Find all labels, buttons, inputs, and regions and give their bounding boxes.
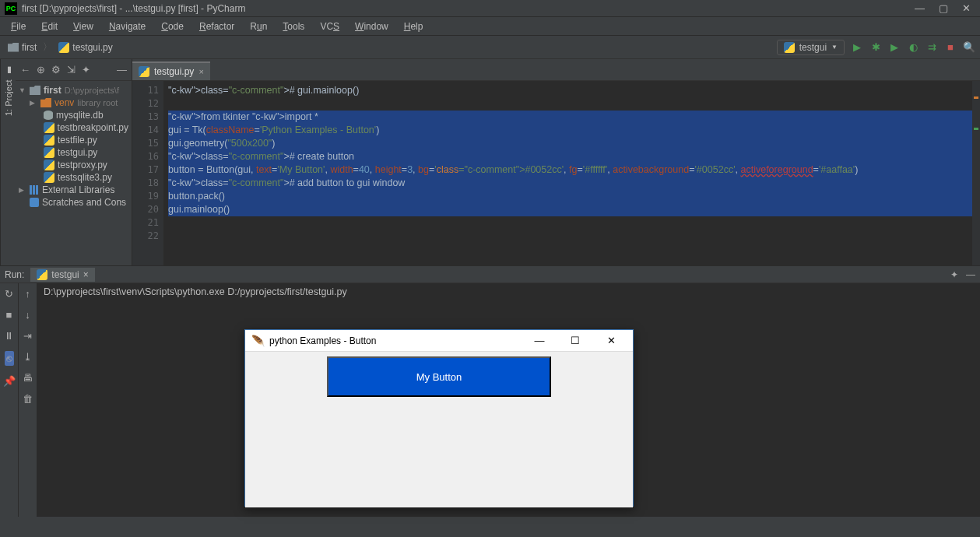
- menu-navigate[interactable]: Navigate: [103, 19, 152, 33]
- editor-error-stripe[interactable]: [972, 81, 980, 265]
- print-icon[interactable]: 🖶: [23, 372, 33, 384]
- scratch-icon: [30, 198, 39, 207]
- tk-minimize-icon[interactable]: —: [524, 335, 555, 346]
- editor-gutter[interactable]: 11 12 13 14 15 16 17 18 19 20 21 22: [132, 81, 163, 265]
- collapse-icon[interactable]: ⇲: [67, 64, 76, 75]
- code-editor[interactable]: "c-kw">class="c-comment"># gui.mainloop(…: [163, 81, 980, 265]
- python-file-icon: [44, 172, 54, 183]
- tree-root-path: D:\pyprojects\f: [65, 86, 119, 95]
- rerun-icon[interactable]: ↻: [5, 288, 13, 300]
- tree-file-label: testfile.py: [58, 135, 97, 146]
- python-file-icon: [784, 42, 795, 53]
- project-toolwindow-tab[interactable]: 1: Project ▮: [0, 59, 16, 265]
- close-icon[interactable]: ✕: [962, 2, 971, 14]
- menu-code[interactable]: Code: [155, 19, 190, 33]
- run-config-selector[interactable]: testgui ▼: [777, 40, 845, 55]
- tk-my-button[interactable]: My Button: [327, 356, 551, 397]
- show-options-icon[interactable]: ⚙: [51, 64, 61, 75]
- menu-view[interactable]: View: [67, 19, 100, 33]
- trash-icon[interactable]: 🗑: [23, 393, 33, 405]
- python-file-icon: [58, 42, 69, 53]
- tree-file[interactable]: testproxy.py: [16, 159, 132, 171]
- folder-icon: [40, 98, 51, 107]
- down-icon[interactable]: ↓: [25, 309, 30, 321]
- gear-icon[interactable]: ✦: [82, 64, 90, 75]
- tree-project-root[interactable]: ▼ first D:\pyprojects\f: [16, 84, 132, 97]
- maximize-icon[interactable]: ▢: [939, 2, 948, 14]
- menu-refactor[interactable]: Refactor: [193, 19, 241, 33]
- tree-venv[interactable]: ▶ venv library root: [16, 97, 132, 109]
- debug-button-icon[interactable]: ✱: [869, 41, 882, 54]
- tree-file-label: testgui.py: [58, 147, 97, 158]
- tree-extlibs-label: External Libraries: [42, 184, 114, 195]
- python-file-icon: [139, 66, 149, 77]
- tree-file[interactable]: mysqlite.db: [16, 109, 132, 121]
- tree-venv-label: venv: [54, 97, 74, 108]
- tree-scratches[interactable]: Scratches and Cons: [16, 196, 132, 209]
- menu-file[interactable]: File: [5, 19, 32, 33]
- tk-window-title: python Examples - Button: [269, 335, 519, 346]
- tree-file[interactable]: testsqlite3.py: [16, 171, 132, 184]
- menu-help[interactable]: Help: [398, 19, 430, 33]
- tkinter-app-window[interactable]: 🪶 python Examples - Button — ☐ ✕ My Butt…: [244, 329, 634, 507]
- python-file-icon: [44, 147, 54, 158]
- up-icon[interactable]: ↑: [25, 288, 30, 300]
- wrap-icon[interactable]: ⇥: [23, 330, 32, 342]
- tree-file[interactable]: testbreakpoint.py: [16, 121, 132, 134]
- profile-button-icon[interactable]: ◐: [907, 41, 919, 54]
- run-panel-label: Run:: [5, 269, 24, 280]
- chevron-down-icon: ▼: [19, 86, 26, 94]
- stop-icon[interactable]: ■: [6, 309, 12, 321]
- minimize-icon[interactable]: —: [915, 2, 925, 14]
- menu-window[interactable]: Window: [349, 19, 395, 33]
- scroll-icon[interactable]: ⤓: [23, 351, 32, 363]
- menu-edit[interactable]: Edit: [35, 19, 64, 33]
- tree-file-label: testsqlite3.py: [58, 172, 112, 183]
- stop-button[interactable]: ■: [944, 41, 957, 54]
- breadcrumb-project-label: first: [22, 42, 37, 53]
- tree-file[interactable]: testgui.py: [16, 146, 132, 159]
- close-tab-icon[interactable]: ×: [83, 269, 89, 280]
- back-icon[interactable]: ←: [20, 64, 30, 75]
- exit-icon[interactable]: ⎋: [5, 351, 14, 366]
- menu-run[interactable]: Run: [244, 19, 273, 33]
- folder-icon: [8, 43, 19, 52]
- tree-external-libs[interactable]: ▶ External Libraries: [16, 184, 132, 196]
- tree-file[interactable]: testfile.py: [16, 134, 132, 146]
- search-icon[interactable]: 🔍: [963, 41, 975, 54]
- tk-feather-icon: 🪶: [251, 335, 265, 347]
- close-tab-icon[interactable]: ×: [198, 67, 203, 76]
- breadcrumb-file[interactable]: testgui.py: [55, 40, 115, 54]
- hide-icon[interactable]: —: [966, 269, 975, 280]
- warning-marker-icon[interactable]: [974, 97, 978, 99]
- editor-tab-testgui[interactable]: testgui.py ×: [132, 61, 210, 80]
- breadcrumb-project[interactable]: first: [5, 40, 40, 54]
- tree-file-label: mysqlite.db: [56, 110, 104, 121]
- tree-file-label: testbreakpoint.py: [58, 122, 128, 133]
- tree-root-label: first: [44, 85, 61, 96]
- hide-icon[interactable]: —: [117, 64, 127, 75]
- app-icon: PC: [5, 2, 17, 15]
- tree-venv-note: library root: [77, 98, 118, 107]
- tk-maximize-icon[interactable]: ☐: [560, 335, 591, 346]
- concurrency-button-icon[interactable]: ⇉: [926, 41, 938, 54]
- pin-icon[interactable]: 📌: [3, 375, 16, 387]
- coverage-button-icon[interactable]: ▶: [888, 41, 901, 54]
- menu-vcs[interactable]: VCS: [314, 19, 346, 33]
- window-title: first [D:\pyprojects\first] - ...\testgu…: [22, 3, 915, 14]
- ok-marker-icon[interactable]: [974, 128, 978, 130]
- menu-tools[interactable]: Tools: [276, 19, 311, 33]
- run-button-icon[interactable]: ▶: [851, 41, 863, 54]
- folder-icon: [30, 86, 40, 95]
- tk-close-icon[interactable]: ✕: [595, 335, 627, 346]
- project-toolwindow-label: 1: Project: [4, 80, 13, 116]
- gear-icon[interactable]: ✦: [950, 269, 958, 280]
- breadcrumb-file-label: testgui.py: [72, 42, 112, 53]
- breadcrumb: first 〉 testgui.py: [5, 40, 116, 54]
- target-icon[interactable]: ⊕: [37, 64, 45, 75]
- chevron-right-icon: ▶: [19, 186, 26, 194]
- run-tab-testgui[interactable]: testgui ×: [30, 268, 94, 282]
- pause-icon[interactable]: ⏸: [4, 330, 14, 342]
- menu-bar: File Edit View Navigate Code Refactor Ru…: [0, 17, 980, 36]
- run-config-name: testgui: [799, 42, 827, 53]
